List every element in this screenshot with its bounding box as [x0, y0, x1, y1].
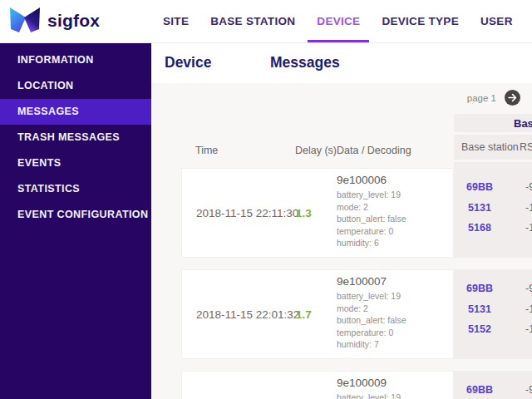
base-station-rssi: -1 [525, 319, 532, 340]
nav-item[interactable]: DEVICE [306, 0, 371, 42]
decoding-field: battery_level: 19 [337, 189, 406, 201]
base-station-link[interactable]: 5152 [454, 319, 505, 340]
decoding-field: temperature: 0 [337, 225, 406, 238]
decoding-field: battery_level: 19 [337, 290, 406, 303]
base-station-row: 5168 -1 [454, 218, 532, 239]
message-card: 2018-11-15 22:11:30 1.3 9e100006 battery… [181, 168, 454, 258]
base-station-link[interactable]: 5131 [454, 299, 505, 320]
message-rows: 2018-11-15 22:11:30 1.3 9e100006 battery… [181, 168, 532, 399]
message-decoding: battery_level: 19 mode: 2 button_alert: … [337, 290, 406, 351]
pagination: page 1 [467, 90, 520, 106]
brand-name: sigfox [47, 11, 100, 31]
nav-item[interactable]: DEVICE TYPE [371, 0, 470, 42]
decoding-field: mode: 2 [337, 303, 406, 315]
sidebar-item[interactable]: EVENT CONFIGURATION [0, 202, 151, 228]
base-stations-cell: 69BB -9 [454, 371, 532, 399]
base-stations-title: Base stations [514, 117, 532, 130]
sidebar-item[interactable]: INFORMATION [0, 47, 151, 73]
base-station-rssi: -1 [525, 299, 532, 320]
base-stations-panel-header: Base stations Base station RSSI [454, 114, 532, 168]
message-time: 2018-11-15 22:01:32 [196, 270, 299, 358]
sidebar-item[interactable]: MESSAGES [0, 99, 151, 125]
base-stations-cell: 69BB -9 5131 -1 5168 [454, 168, 532, 258]
decoding-field: humidity: 7 [337, 338, 406, 351]
message-decoding: battery_level: 19 [337, 392, 401, 399]
decoding-field: mode: 2 [337, 201, 406, 214]
message-row: 2018-11-15 22:11:30 1.3 9e100006 battery… [181, 168, 532, 258]
base-station-row: 5152 -1 [454, 319, 532, 340]
message-delay: 1.7 [296, 270, 312, 358]
sidebar-item[interactable]: STATISTICS [0, 176, 151, 202]
base-station-row: 69BB -9 [454, 278, 532, 299]
base-station-rssi: -9 [525, 380, 532, 399]
base-stations-cell: 69BB -9 5131 -1 5152 [454, 269, 532, 359]
nav-item[interactable]: SITE [152, 0, 200, 42]
arrow-right-icon [508, 93, 517, 102]
col-header-delay: Delay (s) [295, 140, 337, 161]
base-stations-columns: Base station RSSI [454, 135, 532, 160]
base-station-row: 69BB -9 [454, 380, 532, 399]
sidebar-item[interactable]: EVENTS [0, 150, 151, 176]
page-title-messages: Messages [270, 54, 340, 71]
breadcrumb-device[interactable]: Device [165, 54, 211, 71]
message-card: 2018-11-15 22:01:32 1.7 9e100007 battery… [181, 269, 454, 359]
base-station-row: 5131 -1 [454, 198, 532, 219]
message-data: 9e100006 battery_level: 19 mode: 2 butto… [337, 174, 406, 249]
nav-item[interactable]: BASE STATION [200, 0, 306, 42]
sidebar-item[interactable]: LOCATION [0, 73, 151, 99]
message-time: 2018-11-15 22:11:30 [196, 169, 298, 257]
decoding-field: humidity: 6 [337, 237, 406, 249]
sigfox-butterfly-icon [8, 7, 42, 35]
decoding-field: button_alert: false [337, 314, 406, 327]
top-header: sigfox SITE BASE STATION DEVICE DEVICE T… [0, 0, 532, 43]
decoding-field: battery_level: 19 [337, 392, 401, 399]
base-station-row: 69BB -9 [454, 177, 532, 198]
base-station-row: 5131 -1 [454, 299, 532, 320]
sidebar: INFORMATION LOCATION MESSAGES TRASH MESS… [0, 42, 151, 399]
message-hex-payload: 9e100007 [337, 275, 406, 288]
base-station-rssi: -1 [525, 198, 532, 219]
col-header-base-station: Base station [461, 135, 519, 160]
message-card: 9e100009 battery_level: 19 [181, 371, 454, 399]
base-station-link[interactable]: 69BB [454, 278, 505, 299]
decoding-field: button_alert: false [337, 213, 406, 225]
message-data: 9e100007 battery_level: 19 mode: 2 butto… [337, 275, 406, 351]
base-station-rssi: -9 [525, 177, 532, 198]
col-header-rssi: RSSI [520, 135, 532, 160]
page-number-label: page 1 [467, 93, 496, 103]
base-station-link[interactable]: 5168 [454, 218, 505, 239]
decoding-field: temperature: 0 [337, 327, 406, 339]
message-data: 9e100009 battery_level: 19 [337, 377, 401, 399]
col-header-time: Time [195, 140, 218, 161]
next-page-button[interactable] [505, 90, 520, 106]
sigfox-logo[interactable]: sigfox [8, 7, 100, 35]
base-station-rssi: -1 [525, 218, 532, 239]
main-content: Device Messages page 1 Time Delay (s) Da… [151, 42, 532, 399]
divider [454, 160, 532, 162]
base-station-link[interactable]: 5131 [454, 198, 505, 219]
message-delay: 1.3 [296, 169, 312, 257]
nav-item[interactable]: GROUP [524, 0, 532, 42]
sidebar-item[interactable]: TRASH MESSAGES [0, 125, 151, 150]
message-decoding: battery_level: 19 mode: 2 button_alert: … [337, 189, 406, 249]
base-station-rssi: -9 [525, 278, 532, 299]
main-nav: SITE BASE STATION DEVICE DEVICE TYPE USE… [152, 0, 532, 42]
col-header-data: Data / Decoding [337, 140, 411, 161]
base-station-link[interactable]: 69BB [454, 380, 505, 399]
base-station-link[interactable]: 69BB [454, 177, 505, 198]
message-hex-payload: 9e100006 [337, 174, 406, 186]
message-row: 2018-11-15 22:01:32 1.7 9e100007 battery… [181, 269, 532, 359]
nav-item[interactable]: USER [470, 0, 524, 42]
message-hex-payload: 9e100009 [337, 377, 401, 389]
messages-section: page 1 Time Delay (s) Data / Decoding Ba… [151, 83, 532, 399]
message-row: 9e100009 battery_level: 19 [181, 371, 532, 399]
